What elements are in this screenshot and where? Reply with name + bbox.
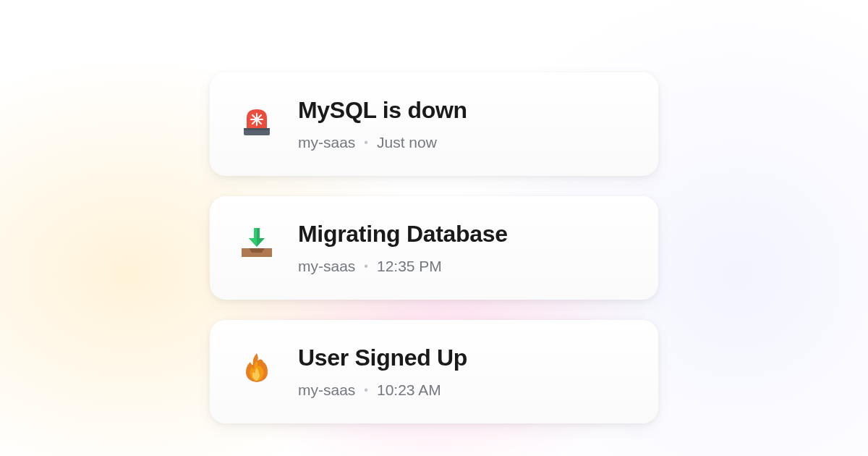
separator-dot-icon: •	[364, 136, 368, 149]
separator-dot-icon: •	[364, 260, 368, 273]
svg-rect-0	[244, 130, 270, 135]
notification-meta: my-saas • 10:23 AM	[298, 381, 467, 399]
notification-time: 12:35 PM	[377, 258, 442, 275]
notification-source: my-saas	[298, 258, 355, 275]
notification-source: my-saas	[298, 381, 355, 399]
notification-card[interactable]: Migrating Database my-saas • 12:35 PM	[210, 196, 658, 300]
fire-icon	[239, 349, 275, 385]
notification-card[interactable]: User Signed Up my-saas • 10:23 AM	[210, 320, 658, 423]
notification-card[interactable]: MySQL is down my-saas • Just now	[210, 72, 658, 176]
notification-title: User Signed Up	[298, 345, 467, 371]
notification-content: User Signed Up my-saas • 10:23 AM	[298, 345, 467, 399]
notification-title: MySQL is down	[298, 97, 467, 124]
notification-list: MySQL is down my-saas • Just now	[210, 72, 658, 423]
notification-content: MySQL is down my-saas • Just now	[298, 97, 467, 151]
notification-time: 10:23 AM	[377, 381, 441, 399]
separator-dot-icon: •	[364, 384, 368, 397]
siren-icon	[239, 101, 275, 138]
notification-source: my-saas	[298, 134, 355, 151]
notification-meta: my-saas • Just now	[298, 134, 467, 151]
svg-rect-5	[244, 128, 270, 130]
inbox-download-icon	[239, 225, 275, 261]
notification-meta: my-saas • 12:35 PM	[298, 258, 508, 275]
notification-content: Migrating Database my-saas • 12:35 PM	[298, 221, 508, 275]
notification-title: Migrating Database	[298, 221, 508, 248]
notification-time: Just now	[377, 134, 437, 151]
